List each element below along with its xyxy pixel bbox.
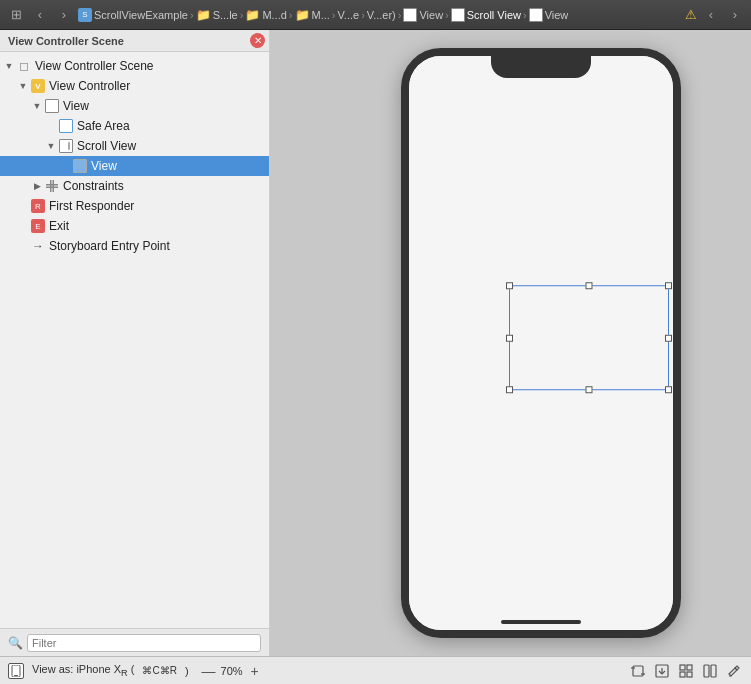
sidebar-label-exit: Exit: [49, 219, 69, 233]
handle-mr[interactable]: [665, 334, 672, 341]
view-icon-6: [403, 8, 417, 22]
tree-arrow-view-top[interactable]: [30, 99, 44, 113]
svg-rect-3: [53, 180, 55, 192]
view-as-label: View as: iPhone XR (: [32, 663, 134, 678]
zoom-out-btn[interactable]: —: [201, 663, 217, 679]
breadcrumb-item-7[interactable]: Scroll View: [451, 8, 521, 22]
sidebar-title: View Controller Scene: [8, 35, 124, 47]
close-paren: ): [185, 665, 189, 677]
svg-rect-15: [680, 672, 685, 677]
sidebar-label-scroll-view: Scroll View: [77, 139, 136, 153]
breadcrumb-label-5: V...er): [367, 9, 396, 21]
view-icon-8: [529, 8, 543, 22]
warning-icon: ⚠: [685, 7, 697, 22]
sidebar-item-storyboard-entry[interactable]: → Storyboard Entry Point: [0, 236, 269, 256]
sidebar-item-safe-area[interactable]: Safe Area: [0, 116, 269, 136]
toolbar-forward-btn[interactable]: ›: [54, 5, 74, 25]
toolbar-grid-btn[interactable]: ⊞: [6, 5, 26, 25]
view-box[interactable]: [509, 285, 669, 390]
sidebar-item-view-top[interactable]: View: [0, 96, 269, 116]
toolbar-chevron-left[interactable]: ‹: [701, 5, 721, 25]
sidebar-close-btn[interactable]: ✕: [250, 33, 265, 48]
tree-arrow-storyboard-entry: [16, 239, 30, 253]
sidebar-label-vc-scene: View Controller Scene: [35, 59, 154, 73]
phone-screen: [409, 56, 673, 630]
breadcrumb-item-2[interactable]: 📁 M...d: [245, 8, 286, 22]
toolbar-chevron-right[interactable]: ›: [725, 5, 745, 25]
svg-rect-2: [50, 180, 52, 192]
breadcrumb-sep-6: ›: [445, 9, 449, 21]
entry-point-icon: →: [30, 238, 46, 254]
view-icon-7: [451, 8, 465, 22]
breadcrumb-sep-5: ›: [398, 9, 402, 21]
sidebar-tree: ◻ View Controller Scene V View Controlle…: [0, 52, 269, 628]
sidebar-item-first-responder[interactable]: R First Responder: [0, 196, 269, 216]
breadcrumb-label-7: Scroll View: [467, 9, 521, 21]
handle-bm[interactable]: [585, 386, 592, 393]
filter-bar: 🔍: [0, 628, 269, 656]
handle-ml[interactable]: [506, 334, 513, 341]
sidebar-label-inner-view: View: [91, 159, 117, 173]
folder-icon-1: 📁: [196, 8, 211, 22]
grid-icon-btn[interactable]: [677, 662, 695, 680]
folder-icon-3: 📁: [295, 8, 310, 22]
tree-arrow-vc-scene[interactable]: [2, 59, 16, 73]
canvas-area[interactable]: [270, 30, 751, 656]
breadcrumb-item-4[interactable]: V...e: [338, 9, 360, 21]
sidebar-item-exit[interactable]: E Exit: [0, 216, 269, 236]
breadcrumb-item-0[interactable]: S ScrollViewExample: [78, 8, 188, 22]
breadcrumb-sep-2: ›: [289, 9, 293, 21]
tree-arrow-vc[interactable]: [16, 79, 30, 93]
handle-tl[interactable]: [506, 282, 513, 289]
toolbar-back-btn[interactable]: ‹: [30, 5, 50, 25]
svg-rect-1: [46, 187, 58, 189]
handle-bl[interactable]: [506, 386, 513, 393]
handle-tm[interactable]: [585, 282, 592, 289]
breadcrumb-item-1[interactable]: 📁 S...le: [196, 8, 238, 22]
breadcrumb-label-3: M...: [312, 9, 330, 21]
breadcrumb-item-6[interactable]: View: [403, 8, 443, 22]
sidebar: View Controller Scene ✕ ◻ View Controlle…: [0, 30, 270, 656]
sidebar-label-storyboard-entry: Storyboard Entry Point: [49, 239, 170, 253]
pencil-icon-btn[interactable]: [725, 662, 743, 680]
breadcrumb-sep-3: ›: [332, 9, 336, 21]
sidebar-item-scroll-view[interactable]: Scroll View: [0, 136, 269, 156]
crop-icon-btn[interactable]: [629, 662, 647, 680]
sidebar-item-inner-view[interactable]: View: [0, 156, 269, 176]
keyboard-shortcut: ⌘C⌘R: [142, 665, 176, 676]
breadcrumb-sep-1: ›: [240, 9, 244, 21]
view-top-icon: [44, 98, 60, 114]
handle-br[interactable]: [665, 386, 672, 393]
breadcrumb-sep-7: ›: [523, 9, 527, 21]
tree-arrow-scroll-view[interactable]: [44, 139, 58, 153]
filter-input[interactable]: [27, 634, 261, 652]
zoom-in-btn[interactable]: +: [247, 663, 263, 679]
exit-icon: E: [30, 218, 46, 234]
first-responder-icon: R: [30, 198, 46, 214]
sidebar-label-vc: View Controller: [49, 79, 130, 93]
toolbar: ⊞ ‹ › S ScrollViewExample › 📁 S...le › 📁…: [0, 0, 751, 30]
svg-rect-14: [687, 665, 692, 670]
breadcrumb-item-8[interactable]: View: [529, 8, 569, 22]
folder-icon-2: 📁: [245, 8, 260, 22]
svg-rect-0: [46, 184, 58, 186]
breadcrumb: S ScrollViewExample › 📁 S...le › 📁 M...d…: [78, 8, 568, 22]
sidebar-label-view-top: View: [63, 99, 89, 113]
handle-tr[interactable]: [665, 282, 672, 289]
columns-icon-btn[interactable]: [701, 662, 719, 680]
phone-notch: [491, 56, 591, 78]
filter-search-icon: 🔍: [8, 636, 23, 650]
tree-arrow-constraints[interactable]: [30, 179, 44, 193]
breadcrumb-item-3[interactable]: 📁 M...: [295, 8, 330, 22]
svg-rect-7: [14, 675, 18, 676]
sidebar-item-vc-scene[interactable]: ◻ View Controller Scene: [0, 56, 269, 76]
svg-rect-13: [680, 665, 685, 670]
download-icon-btn[interactable]: [653, 662, 671, 680]
device-icon: [8, 663, 24, 679]
tree-arrow-safe-area: [44, 119, 58, 133]
breadcrumb-label-2: M...d: [262, 9, 286, 21]
sidebar-item-vc[interactable]: V View Controller: [0, 76, 269, 96]
tree-arrow-exit: [16, 219, 30, 233]
breadcrumb-item-5[interactable]: V...er): [367, 9, 396, 21]
sidebar-item-constraints[interactable]: Constraints: [0, 176, 269, 196]
